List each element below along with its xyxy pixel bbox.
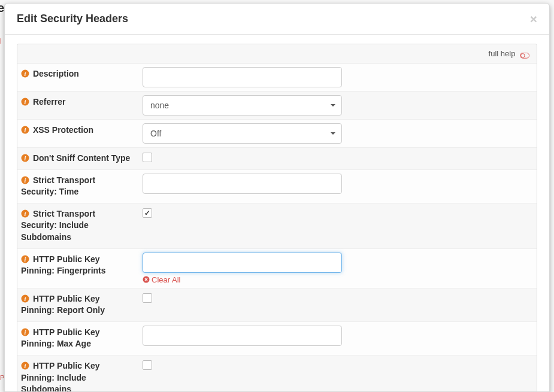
toggle-off-icon [520,51,529,57]
caret-down-icon [331,104,335,107]
svg-text:i: i [25,177,26,183]
hpkp-maxage-input[interactable] [143,326,342,346]
row-hpkp-report: i HTTP Public Key Pinning: Report Only [17,288,537,322]
clear-icon [143,276,150,283]
row-nosniff: i Don't Sniff Content Type [17,148,537,170]
hpkp-sub-checkbox[interactable] [143,360,152,370]
row-description: i Description [17,63,537,92]
hpkp-report-label: HTTP Public Key Pinning: Report Only [21,294,105,315]
hpkp-fp-label: HTTP Public Key Pinning: Fingerprints [21,254,106,276]
description-label: Description [33,69,79,78]
svg-text:i: i [25,295,26,302]
referrer-value: none [150,101,169,110]
info-icon[interactable]: i [21,154,29,162]
xss-select[interactable]: Off [143,123,342,144]
hpkp-report-checkbox[interactable] [143,293,152,303]
info-icon[interactable]: i [21,176,29,184]
svg-text:i: i [25,71,26,77]
row-hpkp-maxage: i HTTP Public Key Pinning: Max Age [17,322,537,355]
nosniff-checkbox[interactable] [143,153,152,162]
info-icon[interactable]: i [21,255,29,263]
description-input[interactable] [143,67,342,87]
referrer-select[interactable]: none [143,95,342,116]
info-icon[interactable]: i [21,126,29,134]
close-button[interactable]: × [530,13,537,25]
hsts-time-input[interactable] [143,174,342,194]
svg-text:i: i [25,155,26,162]
svg-text:i: i [25,362,26,369]
hsts-time-label: Strict Transport Security: Time [21,175,95,197]
xss-label: XSS Protection [33,125,93,135]
hpkp-sub-label: HTTP Public Key Pinning: Include Subdoma… [21,361,100,391]
row-hpkp-sub: i HTTP Public Key Pinning: Include Subdo… [17,355,537,391]
form-table: i Description i Referrer none [17,63,537,391]
info-icon[interactable]: i [21,361,29,370]
modal-title: Edit Security Headers [17,13,128,25]
info-icon[interactable]: i [21,328,29,336]
info-icon[interactable]: i [21,209,29,218]
info-icon[interactable]: i [21,98,29,106]
clear-all-label: Clear All [152,275,180,284]
clear-all-button[interactable]: Clear All [143,275,532,284]
nosniff-label: Don't Sniff Content Type [33,153,131,163]
hpkp-fp-input[interactable] [143,253,342,273]
row-hsts-time: i Strict Transport Security: Time [17,170,537,203]
caret-down-icon [331,132,335,135]
info-icon[interactable]: i [21,294,29,303]
row-xss: i XSS Protection Off [17,120,537,148]
row-hpkp-fp: i HTTP Public Key Pinning: Fingerprints … [17,249,537,288]
help-toggle-bar[interactable]: full help [17,44,537,63]
svg-text:i: i [25,127,26,133]
info-icon[interactable]: i [21,69,29,78]
hsts-sub-checkbox[interactable] [143,208,152,218]
modal-body: full help i Description i Referrer [5,35,549,391]
hsts-sub-label: Strict Transport Security: Include Subdo… [21,209,95,242]
svg-point-3 [521,54,525,57]
svg-text:i: i [25,99,26,105]
modal-header: Edit Security Headers × [5,4,549,35]
xss-value: Off [150,129,161,138]
hpkp-maxage-label: HTTP Public Key Pinning: Max Age [21,327,100,349]
referrer-label: Referrer [33,97,65,107]
svg-text:i: i [25,210,26,217]
svg-text:i: i [25,256,26,262]
row-hsts-sub: i Strict Transport Security: Include Sub… [17,203,537,249]
row-referrer: i Referrer none [17,92,537,120]
svg-text:i: i [25,329,26,335]
full-help-label: full help [489,49,516,58]
edit-security-headers-modal: Edit Security Headers × full help i Desc… [4,3,550,392]
